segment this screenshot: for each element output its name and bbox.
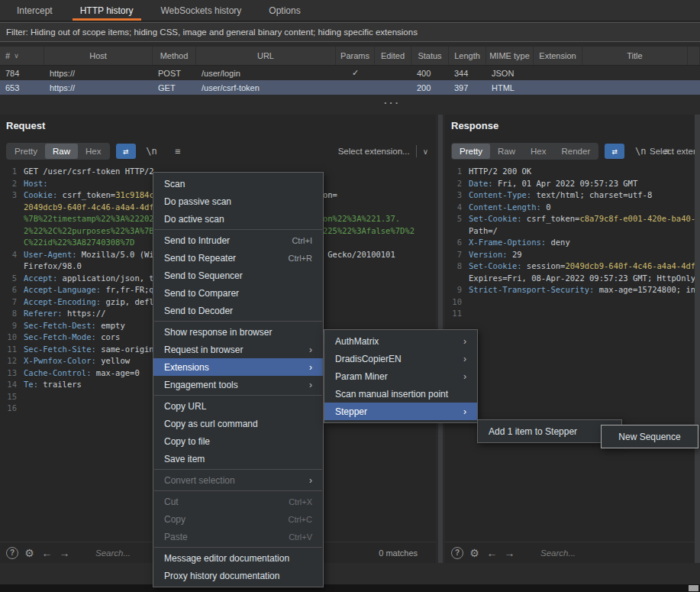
proxy-filter-bar[interactable]: Filter: Hiding out of scope items; hidin…: [0, 22, 700, 42]
menu-item-request-in-browser[interactable]: Request in browser›: [153, 341, 323, 358]
cell: 400: [411, 66, 449, 80]
menu-separator: [154, 469, 322, 470]
response-tab-pretty[interactable]: Pretty: [452, 144, 490, 159]
carriage-return-toggle-icon[interactable]: ⇄: [116, 144, 136, 159]
stepper-item-new-sequence[interactable]: New Sequence: [602, 428, 698, 445]
request-tab-hex[interactable]: Hex: [78, 144, 108, 159]
submenu-arrow-icon: ›: [309, 475, 312, 486]
menu-item-extensions[interactable]: Extensions›: [153, 358, 323, 376]
cell: POST: [153, 66, 196, 80]
extensions-item-authmatrix[interactable]: AuthMatrix›: [324, 332, 477, 350]
menu-item-message-editor-documentation[interactable]: Message editor documentation: [153, 549, 323, 567]
cell: 344: [449, 66, 486, 80]
history-row-653[interactable]: 653https://GET/user/csrf-token200397HTML: [0, 80, 700, 95]
column-header-extension[interactable]: Extension: [534, 47, 582, 65]
carriage-return-toggle-icon[interactable]: ⇄: [605, 144, 624, 159]
resize-grip[interactable]: [689, 585, 698, 591]
prev-match-icon[interactable]: ←: [485, 546, 498, 559]
submenu-arrow-icon: ›: [463, 336, 466, 347]
column-header-[interactable]: #∨: [0, 47, 44, 65]
menu-item-send-to-comparer[interactable]: Send to Comparer: [153, 284, 323, 302]
menu-item-copy[interactable]: CopyCtrl+C: [153, 510, 323, 528]
menu-item-scan[interactable]: Scan: [153, 175, 323, 192]
column-header-title[interactable]: Title: [582, 47, 688, 65]
request-search-input[interactable]: Search...: [95, 548, 131, 558]
select-extension-dropdown[interactable]: Select extension...∨: [650, 141, 700, 162]
menu-item-convert-selection[interactable]: Convert selection›: [153, 471, 323, 489]
newline-toggle-icon[interactable]: \n: [142, 144, 162, 159]
settings-gear-icon[interactable]: ⚙: [468, 546, 481, 559]
menu-item-copy-to-file[interactable]: Copy to file: [153, 432, 323, 450]
menu-separator: [154, 547, 322, 548]
response-tab-hex[interactable]: Hex: [523, 144, 553, 159]
extensions-item-stepper[interactable]: Stepper›: [324, 403, 477, 420]
sort-icon: ∨: [14, 52, 19, 60]
line-number: 5: [0, 273, 17, 285]
column-header-host[interactable]: Host: [44, 47, 153, 65]
editor-line: 6X-Frame-Options: deny: [445, 237, 700, 249]
tab-websockets-history[interactable]: WebSockets history: [147, 0, 256, 21]
line-number: 6: [445, 237, 462, 249]
menu-item-do-passive-scan[interactable]: Do passive scan: [153, 192, 323, 210]
editor-line: 3Content-Type: text/html; charset=utf-8: [445, 189, 700, 202]
menu-item-copy-url[interactable]: Copy URL: [153, 397, 323, 415]
menu-item-show-response-in-browser[interactable]: Show response in browser: [153, 323, 323, 341]
new-sequence-submenu: New Sequence: [601, 425, 698, 448]
history-row-784[interactable]: 784https://POST/user/login✓400344JSON: [0, 66, 700, 80]
extensions-item-param-miner[interactable]: Param Miner›: [324, 367, 477, 385]
column-header-edited[interactable]: Edited: [375, 47, 411, 65]
menu-item-send-to-sequencer[interactable]: Send to Sequencer: [153, 267, 323, 284]
response-tab-render[interactable]: Render: [554, 144, 598, 159]
column-header-status[interactable]: Status: [411, 47, 449, 65]
menu-item-send-to-intruder[interactable]: Send to IntruderCtrl+I: [153, 231, 323, 249]
line-number: 10: [445, 296, 462, 309]
response-editor[interactable]: 1HTTP/2 200 OK2Date: Fri, 01 Apr 2022 09…: [445, 163, 700, 542]
tab-http-history[interactable]: HTTP history: [66, 0, 147, 21]
cell: HTML: [486, 80, 534, 95]
response-scrollbar[interactable]: [695, 115, 700, 563]
column-header-method[interactable]: Method: [153, 47, 196, 65]
cell: [375, 80, 411, 95]
line-number: 3: [445, 189, 462, 202]
column-header-length[interactable]: Length: [449, 47, 486, 65]
response-search-input[interactable]: Search...: [540, 548, 576, 558]
line-number: 3: [0, 189, 17, 202]
newline-toggle-icon[interactable]: \n: [631, 144, 650, 159]
request-tab-raw[interactable]: Raw: [45, 144, 78, 159]
next-match-icon[interactable]: →: [58, 546, 71, 559]
tab-options[interactable]: Options: [255, 0, 314, 21]
divider: [416, 145, 417, 157]
column-header-url[interactable]: URL: [196, 47, 336, 65]
next-match-icon[interactable]: →: [503, 546, 516, 559]
menu-item-paste[interactable]: PasteCtrl+V: [153, 528, 323, 545]
menu-item-copy-as-curl-command[interactable]: Copy as curl command: [153, 415, 323, 432]
response-tab-raw[interactable]: Raw: [490, 144, 523, 159]
help-icon[interactable]: ?: [6, 547, 18, 559]
menu-item-send-to-repeater[interactable]: Send to RepeaterCtrl+R: [153, 249, 323, 267]
stepper-item-add-1-item-to-stepper[interactable]: Add 1 item to Stepper›: [478, 422, 621, 440]
column-header-mime-type[interactable]: MIME type: [486, 47, 534, 65]
editor-line: Expires=Fri, 08-Apr-2022 09:57:23 GMT; H…: [445, 273, 700, 285]
select-extension-dropdown[interactable]: Select extension...∨: [338, 141, 428, 162]
column-header-params[interactable]: Params: [336, 47, 375, 65]
settings-gear-icon[interactable]: ⚙: [23, 546, 36, 559]
menu-item-save-item[interactable]: Save item: [153, 450, 323, 467]
editor-settings-icon[interactable]: ≡: [168, 144, 188, 159]
line-number: 12: [0, 355, 17, 367]
menu-item-send-to-decoder[interactable]: Send to Decoder: [153, 302, 323, 319]
extensions-item-scan-manual-insertion-point[interactable]: Scan manual insertion point: [324, 385, 477, 403]
menu-item-do-active-scan[interactable]: Do active scan: [153, 210, 323, 228]
submenu-arrow-icon: ›: [463, 406, 466, 417]
splitter-handle[interactable]: ···: [384, 97, 401, 108]
line-number: 6: [0, 284, 17, 296]
help-icon[interactable]: ?: [451, 547, 463, 559]
menu-item-cut[interactable]: CutCtrl+X: [153, 493, 323, 510]
menu-item-engagement-tools[interactable]: Engagement tools›: [153, 376, 323, 393]
shortcut-label: Ctrl+I: [292, 236, 312, 245]
menu-item-proxy-history-documentation[interactable]: Proxy history documentation: [153, 567, 323, 584]
tab-intercept[interactable]: Intercept: [3, 0, 66, 21]
extensions-item-dradiscopieren[interactable]: DradisCopierEN›: [324, 350, 477, 367]
request-tab-pretty[interactable]: Pretty: [7, 144, 45, 159]
prev-match-icon[interactable]: ←: [40, 546, 53, 559]
menu-separator: [154, 229, 322, 230]
